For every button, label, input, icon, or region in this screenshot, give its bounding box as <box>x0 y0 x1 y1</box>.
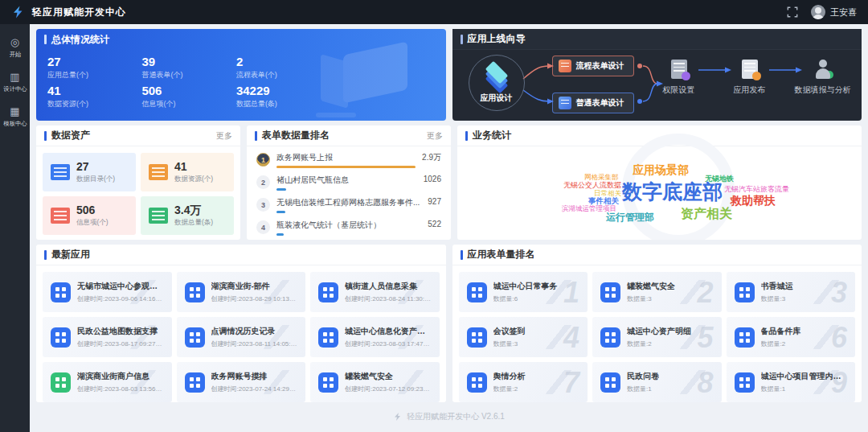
page-title: 轻应用赋能开发中心 <box>32 6 126 19</box>
total-data-icon <box>149 208 168 224</box>
app-icon <box>318 327 338 348</box>
wizard-step-process-form-design[interactable]: 流程表单设计 <box>552 56 634 76</box>
stat-label: 流程表单(个) <box>236 70 330 80</box>
app-name: 罐装燃气安全 <box>627 281 675 292</box>
ranking-value: 2.9万 <box>422 152 441 163</box>
wizard-step-publish[interactable]: 应用发布 <box>724 60 776 96</box>
app-ranking-card[interactable]: 2 罐装燃气安全 数据量:3 <box>592 272 722 312</box>
asset-card-total-data[interactable]: 3.4万 数据总量(条) <box>141 196 234 235</box>
app-ranking-card[interactable]: 9 城运中心项目管理内控系统 数据量:1 <box>727 362 856 402</box>
sidebar-item-design-center[interactable]: ▥ 设计中心 <box>0 72 30 93</box>
ranking-row[interactable]: 2 褚山村居民气瓶信息 1026 <box>256 175 441 196</box>
app-icon <box>600 327 620 348</box>
panel-overall-statistics: 总体情况统计 27 应用总量(个) 39 普通表单(个) 2 流程表单(个) <box>36 29 446 121</box>
section-marker <box>44 35 47 44</box>
sidebar-item-template-center[interactable]: ▦ 模板中心 <box>0 106 30 128</box>
rank-watermark: 1 <box>563 274 579 312</box>
section-marker <box>44 131 47 141</box>
app-card[interactable]: 罐装燃气安全 创建时间:2023-07-12 09:23:40 <box>310 362 440 402</box>
ranking-row[interactable]: 4 瓶装液化气统计（基层统计） 522 <box>256 220 441 240</box>
stat-data-resources: 41 数据资源(个) <box>47 82 141 111</box>
ranking-row[interactable]: 1 政务网账号上报 2.9万 <box>256 152 441 174</box>
wizard-step-normal-form-design[interactable]: 普通表单设计 <box>552 93 634 113</box>
rank-watermark: 8 <box>697 364 713 402</box>
app-ranking-card[interactable]: 3 书香城运 数据量:3 <box>727 272 856 312</box>
info-items-icon <box>51 208 70 224</box>
sidebar-item-label: 开始 <box>9 50 21 58</box>
app-ranking-card[interactable]: 4 会议签到 数据量:3 <box>459 317 588 357</box>
app-card[interactable]: 无锡市城运中心参观调研记录 创建时间:2023-09-06 14:16:05 <box>43 272 172 312</box>
stat-label: 数据资源(个) <box>47 99 141 109</box>
stat-value: 506 <box>141 84 235 97</box>
app-data-count: 数据量:3 <box>761 294 793 303</box>
rank-watermark: 3 <box>831 274 847 312</box>
app-name: 民政问卷 <box>627 371 659 382</box>
asset-card-data-resource[interactable]: 41 数据资源(个) <box>141 153 234 191</box>
app-ranking-card[interactable]: 5 城运中心资产明细 数据量:2 <box>592 317 722 357</box>
app-icon <box>600 372 620 393</box>
section-marker <box>461 250 463 260</box>
app-ranking-card[interactable]: 8 民政问卷 数据量:1 <box>592 362 722 402</box>
panel-latest-apps: 最新应用 无锡市城运中心参观调研记录 创建时间:2023-09-06 14:16… <box>36 245 446 402</box>
app-card[interactable]: 湖滨商业街商户信息 创建时间:2023-08-03 13:56:41 <box>43 362 172 402</box>
overview-stats: 27 应用总量(个) 39 普通表单(个) 2 流程表单(个) 41 数据资源 <box>36 50 446 119</box>
form-ranking-more-link[interactable]: 更多 <box>427 130 443 142</box>
app-name: 无锡市城运中心参观调研记录 <box>77 281 164 292</box>
ranking-row[interactable]: 3 无锡电信装维工程师网格志愿服务事件... 927 <box>256 197 441 219</box>
app-data-count: 数据量:2 <box>493 385 526 393</box>
wizard-step-permission[interactable]: 权限设置 <box>653 60 705 96</box>
app-icon <box>735 282 755 302</box>
assets-more-link[interactable]: 更多 <box>216 130 232 142</box>
ranking-name: 无锡电信装维工程师网格志愿服务事件... <box>276 197 421 208</box>
app-card[interactable]: 湖滨商业街-部件 创建时间:2023-08-29 10:13:56 <box>177 272 306 312</box>
app-icon <box>51 282 71 302</box>
wizard-step-analysis[interactable]: 数据填报与分析 <box>786 60 860 96</box>
rank-watermark: 7 <box>563 364 579 402</box>
sidebar-item-start[interactable]: ◎ 开始 <box>0 37 30 59</box>
app-created-time: 创建时间:2023-09-06 14:16:05 <box>77 294 164 303</box>
user-avatar[interactable] <box>811 5 825 19</box>
asset-card-info-items[interactable]: 506 信息项(个) <box>43 196 136 235</box>
asset-value: 27 <box>76 161 115 173</box>
app-name: 会议签到 <box>493 326 526 337</box>
wordcloud-word: 救助帮扶 <box>731 195 776 206</box>
sidebar-item-label: 模板中心 <box>3 119 27 127</box>
app-ranking-card[interactable]: 7 舆情分析 数据量:2 <box>459 362 588 402</box>
overview-header: 总体情况统计 <box>36 29 446 50</box>
top-header: 轻应用赋能开发中心 王安喜 <box>0 0 868 24</box>
wizard-step-app-design[interactable]: 应用设计 <box>469 55 525 111</box>
stat-total-apps: 27 应用总量(个) <box>47 53 141 82</box>
app-ranking-card[interactable]: 1 城运中心日常事务 数据量:6 <box>459 272 588 312</box>
main-content: 总体情况统计 27 应用总量(个) 39 普通表单(个) 2 流程表单(个) <box>30 24 868 432</box>
app-card[interactable]: 点调情况历史记录 创建时间:2023-08-11 14:05:29 <box>177 317 306 357</box>
fullscreen-icon[interactable] <box>787 6 798 18</box>
wizard-step-label: 应用发布 <box>734 84 766 96</box>
asset-value: 41 <box>174 161 213 173</box>
asset-label: 信息项(个) <box>76 218 108 228</box>
app-ranking-grid: 1 城运中心日常事务 数据量:6 2 罐装燃气安全 数据量:3 3 <box>452 265 862 402</box>
form-ranking-title: 表单数据量排名 <box>262 129 330 142</box>
app-card[interactable]: 民政公益地图数据支撑 创建时间:2023-08-17 09:27:59 <box>43 317 172 357</box>
app-data-count: 数据量:2 <box>761 339 801 348</box>
user-name[interactable]: 王安喜 <box>830 6 857 19</box>
wordcloud-word: 无锡地铁 <box>705 175 734 183</box>
app-data-count: 数据量:3 <box>627 294 675 303</box>
asset-value: 3.4万 <box>174 204 213 216</box>
app-card[interactable]: 城运中心信息化资产管理系统 创建时间:2023-08-03 17:47:00 <box>310 317 440 357</box>
assets-header: 数据资产 更多 <box>36 125 240 146</box>
app-name: 书香城运 <box>761 281 793 292</box>
latest-apps-title: 最新应用 <box>51 248 90 261</box>
asset-card-data-catalog[interactable]: 27 数据目录(个) <box>43 153 136 191</box>
ranking-bar <box>276 211 285 213</box>
section-marker <box>465 131 468 141</box>
wordcloud-word: 数字底座部 <box>622 182 723 202</box>
assets-title: 数据资产 <box>51 129 90 142</box>
ranking-bar <box>276 166 416 168</box>
app-card[interactable]: 政务网账号摸排 创建时间:2023-07-24 14:29:40 <box>177 362 306 402</box>
app-card[interactable]: 镇街道人员信息采集 创建时间:2023-08-24 11:30:58 <box>310 272 440 312</box>
ranking-bar <box>276 188 286 191</box>
wizard-header: 应用上线向导 <box>452 29 862 50</box>
app-ranking-card[interactable]: 6 备品备件库 数据量:2 <box>727 317 856 357</box>
overview-art-slot <box>330 53 434 82</box>
wizard-step-label: 普通表单设计 <box>576 97 624 109</box>
